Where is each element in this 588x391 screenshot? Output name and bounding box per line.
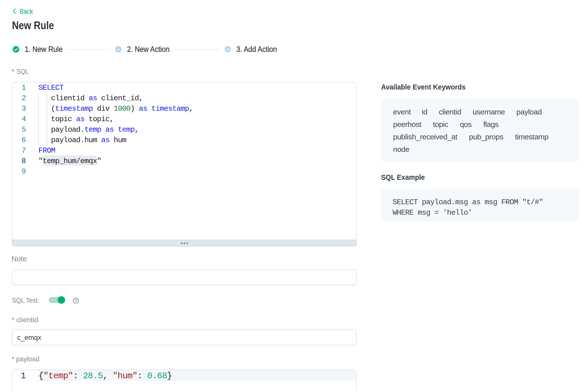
svg-text:?: ? [75,298,77,303]
